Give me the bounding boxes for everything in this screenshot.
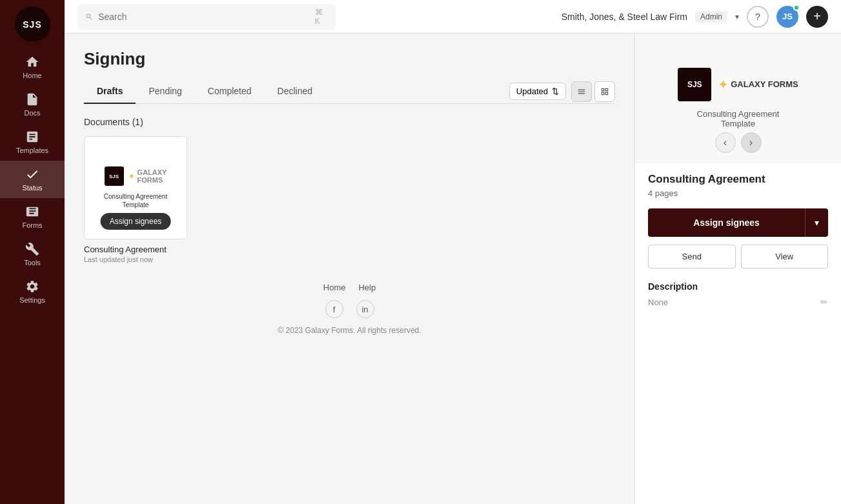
document-card[interactable]: SJS ✦ GALAXYFORMS Consulting AgreementTe…: [84, 136, 187, 263]
avatar-initials: JS: [782, 12, 793, 21]
firm-name: Smith, Jones, & Steel Law Firm: [562, 12, 687, 22]
tab-declined[interactable]: Declined: [265, 79, 325, 104]
footer: Home Help f in © 2023 Galaxy Forms. All …: [84, 263, 615, 345]
settings-icon: [25, 279, 39, 294]
doc-hover-assign-btn[interactable]: Assign signees: [101, 213, 171, 230]
panel-next-button[interactable]: ›: [741, 132, 762, 153]
document-updated: Last updated just now: [84, 256, 187, 263]
sort-select[interactable]: Updated ⇅: [509, 83, 566, 100]
sidebar: SJS Home Docs Templates Status Forms Too…: [0, 0, 65, 504]
status-icon: [25, 167, 39, 181]
footer-copyright: © 2023 Galaxy Forms. All rights reserved…: [84, 326, 615, 335]
panel-doc-title: Consulting Agreement: [648, 173, 828, 186]
sidebar-item-home-label: Home: [23, 72, 41, 79]
home-icon: [25, 55, 39, 69]
tabs-sort: Updated ⇅: [509, 81, 615, 102]
sidebar-item-docs-label: Docs: [24, 109, 40, 117]
assign-signees-button[interactable]: Assign signees: [648, 208, 805, 237]
page-title: Signing: [84, 49, 615, 69]
content-area: Signing Drafts Pending Completed Decline…: [65, 34, 841, 504]
help-button[interactable]: ?: [747, 6, 769, 28]
view-button[interactable]: View: [741, 245, 829, 268]
sidebar-item-templates-label: Templates: [16, 146, 48, 154]
help-label: ?: [755, 12, 760, 22]
sidebar-item-docs[interactable]: Docs: [0, 86, 65, 123]
footer-social: f in: [84, 300, 615, 318]
panel-nav-buttons: ‹ ›: [715, 132, 762, 153]
description-row: None ✏: [648, 297, 828, 307]
list-icon: [577, 87, 586, 96]
sidebar-item-status-label: Status: [22, 184, 42, 192]
panel-logo-gf: ✦ GALAXY FORMS: [718, 77, 798, 92]
facebook-icon[interactable]: f: [325, 300, 343, 318]
main-content: Signing Drafts Pending Completed Decline…: [65, 34, 634, 504]
main-wrapper: ⌘ K Smith, Jones, & Steel Law Firm Admin…: [65, 0, 841, 504]
footer-help-link[interactable]: Help: [358, 283, 376, 292]
tabs-row: Drafts Pending Completed Declined Update…: [84, 79, 615, 104]
view-toggle: [571, 81, 615, 102]
doc-logo-row: SJS ✦ GALAXYFORMS: [105, 166, 167, 186]
gf-name-text: GALAXYFORMS: [137, 168, 167, 184]
search-icon: [85, 12, 93, 21]
sidebar-item-forms-label: Forms: [22, 221, 42, 229]
forms-icon: [25, 205, 39, 219]
panel-gf-star-icon: ✦: [718, 77, 729, 92]
topbar: ⌘ K Smith, Jones, & Steel Law Firm Admin…: [65, 0, 841, 34]
panel-preview: SJS ✦ GALAXY FORMS Consulting AgreementT…: [635, 34, 841, 163]
avatar[interactable]: JS: [776, 6, 798, 28]
search-input[interactable]: [98, 12, 309, 22]
sidebar-item-tools-label: Tools: [24, 259, 41, 267]
document-thumbnail[interactable]: SJS ✦ GALAXYFORMS Consulting AgreementTe…: [84, 136, 187, 239]
doc-title-small: Consulting AgreementTemplate: [104, 192, 167, 209]
document-name: Consulting Agreement: [84, 245, 187, 254]
tab-pending[interactable]: Pending: [136, 79, 194, 104]
panel-doc-subtitle: Consulting AgreementTemplate: [697, 109, 780, 128]
sidebar-item-tools[interactable]: Tools: [0, 236, 65, 273]
sidebar-item-templates[interactable]: Templates: [0, 123, 65, 161]
assign-btn-row: Assign signees ▾: [648, 208, 828, 237]
logo-text: SJS: [23, 19, 41, 30]
footer-links: Home Help: [84, 283, 615, 292]
action-row: Send View: [648, 245, 828, 268]
sidebar-logo[interactable]: SJS: [15, 6, 50, 42]
send-button[interactable]: Send: [648, 245, 736, 268]
tab-completed[interactable]: Completed: [195, 79, 265, 104]
edit-description-icon[interactable]: ✏: [820, 297, 828, 307]
doc-logo-sjs: SJS: [105, 166, 124, 186]
right-panel: SJS ✦ GALAXY FORMS Consulting AgreementT…: [634, 34, 841, 504]
grid-icon: [600, 87, 609, 96]
documents-label: Documents (1): [84, 117, 615, 127]
panel-prev-button[interactable]: ‹: [715, 132, 736, 153]
panel-logo-sjs: SJS: [678, 68, 711, 101]
search-shortcut: ⌘ K: [315, 8, 328, 26]
sort-label: Updated: [516, 86, 548, 96]
sidebar-item-settings[interactable]: Settings: [0, 273, 65, 310]
description-title: Description: [648, 281, 828, 292]
list-view-button[interactable]: [571, 81, 592, 102]
docs-icon: [25, 92, 39, 106]
panel-body: Consulting Agreement 4 pages Assign sign…: [635, 163, 841, 318]
gf-star-icon: ✦: [128, 171, 136, 181]
add-button[interactable]: +: [806, 6, 828, 28]
panel-logo-row: SJS ✦ GALAXY FORMS: [678, 68, 798, 101]
sidebar-item-status[interactable]: Status: [0, 161, 65, 198]
admin-chevron-icon[interactable]: ▾: [735, 12, 739, 21]
linkedin-icon[interactable]: in: [356, 300, 374, 318]
avatar-online-badge: [793, 5, 800, 11]
panel-sjs-text: SJS: [687, 80, 702, 89]
footer-home-link[interactable]: Home: [323, 283, 346, 292]
panel-gf-name: GALAXY FORMS: [731, 79, 798, 89]
sidebar-item-home[interactable]: Home: [0, 48, 65, 86]
assign-chevron-button[interactable]: ▾: [805, 208, 828, 237]
sidebar-item-settings-label: Settings: [19, 296, 45, 304]
tab-drafts[interactable]: Drafts: [84, 79, 136, 104]
sidebar-item-forms[interactable]: Forms: [0, 198, 65, 236]
topbar-right: Smith, Jones, & Steel Law Firm Admin ▾ ?…: [562, 6, 828, 28]
documents-grid: SJS ✦ GALAXYFORMS Consulting AgreementTe…: [84, 136, 615, 263]
templates-icon: [25, 130, 39, 144]
panel-doc-pages: 4 pages: [648, 188, 828, 198]
sort-arrows-icon: ⇅: [552, 86, 559, 96]
grid-view-button[interactable]: [594, 81, 615, 102]
tools-icon: [25, 242, 39, 256]
search-bar[interactable]: ⌘ K: [77, 4, 336, 30]
